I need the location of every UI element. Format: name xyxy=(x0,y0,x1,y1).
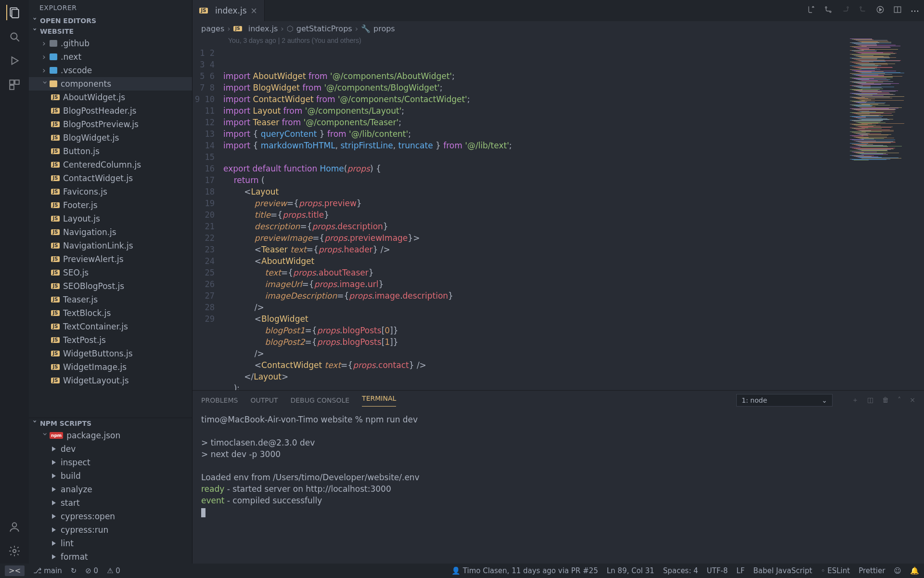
file-AboutWidget-js[interactable]: JSAboutWidget.js xyxy=(29,91,192,104)
file-SEOBlogPost-js[interactable]: JSSEOBlogPost.js xyxy=(29,279,192,293)
sync-icon[interactable]: ↻ xyxy=(71,566,77,575)
run-script-icon xyxy=(52,527,56,532)
file-Footer-js[interactable]: JSFooter.js xyxy=(29,198,192,212)
file-Navigation-js[interactable]: JSNavigation.js xyxy=(29,225,192,239)
npm-script-analyze[interactable]: analyze xyxy=(29,483,192,496)
folder-icon xyxy=(50,40,57,47)
search-icon[interactable] xyxy=(7,29,22,44)
tab-terminal[interactable]: TERMINAL xyxy=(362,394,396,407)
file-WidgetButtons-js[interactable]: JSWidgetButtons.js xyxy=(29,347,192,360)
remote-button[interactable]: >< xyxy=(5,565,25,576)
npm-script-cypress-open[interactable]: cypress:open xyxy=(29,510,192,523)
extensions-icon[interactable] xyxy=(7,77,22,92)
indent-setting[interactable]: Spaces: 4 xyxy=(663,566,698,575)
feedback-icon[interactable]: ☺ xyxy=(894,566,901,575)
file-Favicons-js[interactable]: JSFavicons.js xyxy=(29,185,192,198)
maximize-panel-icon[interactable]: ˄ xyxy=(898,396,901,405)
file-TextPost-js[interactable]: JSTextPost.js xyxy=(29,333,192,347)
encoding[interactable]: UTF-8 xyxy=(707,566,728,575)
npm-scripts-section[interactable]: ›NPM SCRIPTS xyxy=(29,418,192,429)
eol[interactable]: LF xyxy=(736,566,744,575)
kill-terminal-icon[interactable]: 🗑 xyxy=(882,396,889,405)
file-Button-js[interactable]: JSButton.js xyxy=(29,144,192,158)
file-WidgetImage-js[interactable]: JSWidgetImage.js xyxy=(29,360,192,374)
run-icon[interactable] xyxy=(876,5,885,16)
explorer-icon[interactable] xyxy=(6,5,22,20)
script-label: inspect xyxy=(61,458,90,467)
file-BlogPostPreview-js[interactable]: JSBlogPostPreview.js xyxy=(29,118,192,131)
file-CenteredColumn-js[interactable]: JSCenteredColumn.js xyxy=(29,158,192,171)
account-icon[interactable] xyxy=(7,519,22,535)
file-BlogPostHeader-js[interactable]: JSBlogPostHeader.js xyxy=(29,104,192,118)
cursor-position[interactable]: Ln 89, Col 31 xyxy=(607,566,654,575)
npm-script-inspect[interactable]: inspect xyxy=(29,456,192,469)
new-terminal-icon[interactable]: ＋ xyxy=(852,396,859,405)
split-editor-icon[interactable] xyxy=(893,5,902,16)
breadcrumb-symbol-2[interactable]: props xyxy=(373,24,395,33)
file-NavigationLink-js[interactable]: JSNavigationLink.js xyxy=(29,239,192,252)
git-graph-icon[interactable] xyxy=(824,5,833,16)
website-label: WEBSITE xyxy=(40,27,74,35)
tab-output[interactable]: OUTPUT xyxy=(250,396,278,404)
folder-next[interactable]: ›.next xyxy=(29,50,192,64)
gitlens-blame[interactable]: 👤 Timo Clasen, 11 days ago via PR #25 xyxy=(451,566,598,575)
js-file-icon: JS xyxy=(51,351,60,356)
file-ContactWidget-js[interactable]: JSContactWidget.js xyxy=(29,171,192,185)
prettier-status[interactable]: Prettier xyxy=(859,566,885,575)
npm-script-format[interactable]: format xyxy=(29,550,192,564)
file-Layout-js[interactable]: JSLayout.js xyxy=(29,212,192,225)
file-PreviewAlert-js[interactable]: JSPreviewAlert.js xyxy=(29,252,192,266)
folder-icon xyxy=(50,67,57,74)
npm-script-dev[interactable]: dev xyxy=(29,442,192,456)
git-branch[interactable]: ⎇ main xyxy=(33,566,62,575)
file-SEO-js[interactable]: JSSEO.js xyxy=(29,266,192,279)
folder-components[interactable]: ›components xyxy=(29,77,192,91)
compare-changes-icon[interactable] xyxy=(807,5,815,16)
breadcrumb-file[interactable]: index.js xyxy=(248,24,278,33)
breadcrumb[interactable]: pages › JS index.js › ⬡ getStaticProps ›… xyxy=(192,21,924,36)
next-change-icon[interactable] xyxy=(859,5,867,16)
split-terminal-icon[interactable]: ◫ xyxy=(867,396,873,405)
run-script-icon xyxy=(52,500,56,505)
folder-github[interactable]: ›.github xyxy=(29,37,192,50)
prev-change-icon[interactable] xyxy=(841,5,850,16)
eslint-status[interactable]: ◦ ESLint xyxy=(821,566,850,575)
file-BlogWidget-js[interactable]: JSBlogWidget.js xyxy=(29,131,192,144)
breadcrumb-symbol-1[interactable]: getStaticProps xyxy=(296,24,352,33)
file-Teaser-js[interactable]: JSTeaser.js xyxy=(29,293,192,306)
notifications-icon[interactable]: 🔔 xyxy=(910,566,919,575)
js-file-icon: JS xyxy=(51,148,60,154)
file-TextContainer-js[interactable]: JSTextContainer.js xyxy=(29,320,192,333)
tab-problems[interactable]: PROBLEMS xyxy=(201,396,238,404)
file-label: NavigationLink.js xyxy=(63,241,133,250)
open-editors-section[interactable]: ›OPEN EDITORS xyxy=(29,15,192,26)
code-editor[interactable]: import AboutWidget from '@/components/Ab… xyxy=(223,36,847,390)
tab-index-js[interactable]: JS index.js × xyxy=(192,0,265,21)
file-WidgetLayout-js[interactable]: JSWidgetLayout.js xyxy=(29,374,192,387)
folder-icon xyxy=(50,53,57,60)
terminal-output[interactable]: timo@MacBook-Air-von-Timo website % npm … xyxy=(192,410,924,564)
website-section[interactable]: ›WEBSITE xyxy=(29,26,192,37)
npm-package[interactable]: ›npmpackage.json xyxy=(29,429,192,442)
js-file-icon: JS xyxy=(51,108,60,114)
gear-icon[interactable] xyxy=(7,543,22,559)
tab-debug-console[interactable]: DEBUG CONSOLE xyxy=(290,396,349,404)
close-panel-icon[interactable]: × xyxy=(910,396,915,405)
npm-script-cypress-run[interactable]: cypress:run xyxy=(29,523,192,537)
errors-count[interactable]: ⊘ 0 xyxy=(85,566,98,575)
folder-vscode[interactable]: ›.vscode xyxy=(29,64,192,77)
terminal-selector[interactable]: 1: node ⌄ xyxy=(736,394,833,407)
npm-script-lint[interactable]: lint xyxy=(29,537,192,550)
breadcrumb-pages[interactable]: pages xyxy=(201,24,224,33)
file-label: BlogPostHeader.js xyxy=(63,106,136,116)
npm-script-build[interactable]: build xyxy=(29,469,192,483)
more-actions-icon[interactable]: ⋯ xyxy=(911,6,919,16)
language-mode[interactable]: Babel JavaScript xyxy=(753,566,812,575)
warnings-count[interactable]: ⚠ 0 xyxy=(107,566,120,575)
close-icon[interactable]: × xyxy=(251,6,257,15)
debug-icon[interactable] xyxy=(7,53,22,68)
npm-script-start[interactable]: start xyxy=(29,496,192,510)
svg-rect-6 xyxy=(15,80,19,84)
file-TextBlock-js[interactable]: JSTextBlock.js xyxy=(29,306,192,320)
minimap[interactable] xyxy=(847,36,924,390)
